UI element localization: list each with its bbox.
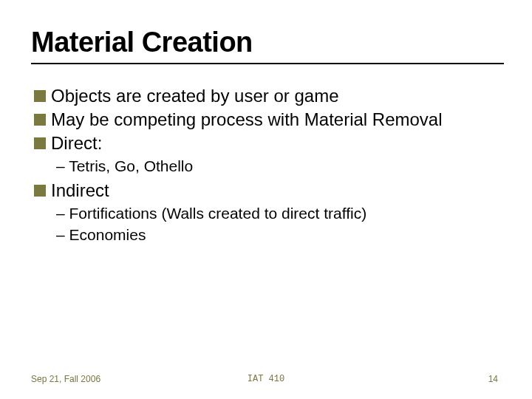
square-bullet-icon xyxy=(34,90,46,102)
bullet-item: Indirect xyxy=(34,180,501,202)
footer-page-number: 14 xyxy=(488,374,498,384)
bullet-item: May be competing process with Material R… xyxy=(34,109,501,131)
square-bullet-icon xyxy=(34,137,46,149)
sub-bullet-text: – Tetris, Go, Othello xyxy=(56,156,501,177)
content-area: Objects are created by user or game May … xyxy=(31,85,501,245)
sub-bullet-text: – Economies xyxy=(56,225,501,245)
square-bullet-icon xyxy=(34,185,46,197)
square-bullet-icon xyxy=(34,114,46,126)
title-underline xyxy=(31,63,504,64)
footer-date: Sep 21, Fall 2006 xyxy=(31,374,100,384)
bullet-text: Direct: xyxy=(51,132,102,154)
bullet-text: Objects are created by user or game xyxy=(51,85,339,107)
slide: Material Creation Objects are created by… xyxy=(0,0,532,399)
bullet-text: Indirect xyxy=(51,180,109,202)
slide-footer: Sep 21, Fall 2006 IAT 410 14 xyxy=(0,374,532,384)
footer-course: IAT 410 xyxy=(248,374,284,384)
sub-bullet-group: – Fortifications (Walls created to direc… xyxy=(34,203,501,245)
slide-title: Material Creation xyxy=(31,27,501,58)
bullet-text: May be competing process with Material R… xyxy=(51,109,443,131)
bullet-item: Direct: xyxy=(34,132,501,154)
bullet-item: Objects are created by user or game xyxy=(34,85,501,107)
sub-bullet-group: – Tetris, Go, Othello xyxy=(34,156,501,177)
sub-bullet-text: – Fortifications (Walls created to direc… xyxy=(56,203,501,224)
